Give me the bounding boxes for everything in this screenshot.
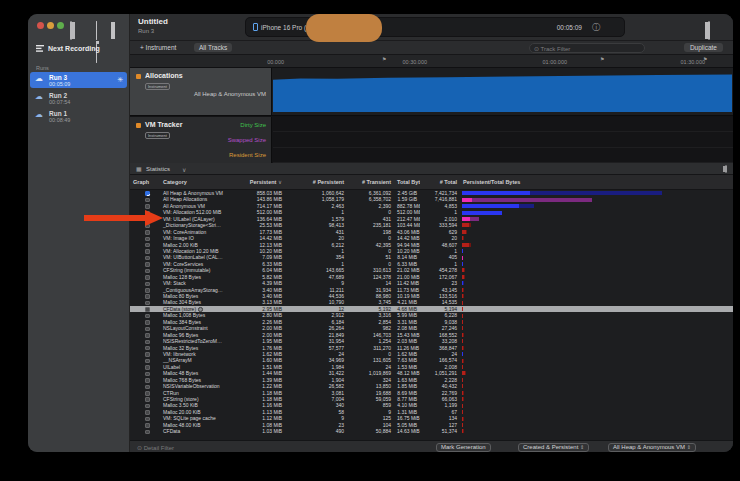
graph-checkbox[interactable] [145, 204, 150, 209]
timeline-ruler[interactable]: 00.000 00:30.000 01:00.000 01:30.000 ⚑ ⚑… [130, 55, 733, 68]
graph-checkbox[interactable] [145, 340, 150, 345]
track-filter-input[interactable]: ⊙ Track Filter [529, 43, 645, 53]
allocations-track[interactable]: Allocations Instrument All Heap & Anonym… [130, 68, 733, 116]
graph-checkbox[interactable] [145, 417, 150, 422]
graph-checkbox[interactable] [145, 294, 150, 299]
column-header[interactable]: Persistent/Total Bytes [460, 179, 733, 185]
zoom-window-button[interactable] [57, 22, 64, 29]
allocation-scope-dropdown[interactable]: All Heap & Anonymous VM ⇕ [608, 443, 696, 452]
graph-checkbox[interactable] [145, 327, 150, 332]
graph-checkbox[interactable] [145, 391, 150, 396]
column-header[interactable]: Total Bytes [394, 179, 420, 185]
value-cell: 0 [347, 209, 394, 215]
graph-checkbox[interactable] [145, 314, 150, 319]
column-header[interactable]: # Total [420, 179, 460, 185]
value-cell: 4.10 MiB [394, 402, 420, 408]
graph-checkbox[interactable] [145, 301, 150, 306]
pause-recording-icon[interactable] [111, 22, 115, 40]
value-cell: 859 [347, 402, 394, 408]
allocations-plot[interactable] [273, 68, 733, 115]
graph-checkbox[interactable] [145, 282, 150, 287]
vm-tracker-track[interactable]: VM Tracker Instrument Dirty Size Swapped… [130, 117, 733, 163]
graph-checkbox[interactable] [145, 378, 150, 383]
graph-checkbox[interactable] [145, 385, 150, 390]
graph-checkbox[interactable] [145, 307, 150, 312]
value-cell: 133,516 [420, 293, 460, 299]
sidebar-item-next-recording[interactable]: Next Recording [36, 45, 100, 52]
vm-tracker-plot[interactable] [273, 117, 733, 163]
graph-checkbox[interactable] [145, 359, 150, 364]
stop-recording-icon[interactable] [96, 22, 99, 63]
ruler-tick-label: 00.000 [240, 59, 284, 65]
graph-checkbox[interactable] [145, 346, 150, 351]
allocations-track-header[interactable]: Allocations Instrument All Heap & Anonym… [130, 68, 272, 115]
value-cell: 1,904 [285, 377, 347, 383]
sidebar-toggle-icon[interactable] [70, 22, 72, 40]
graph-checkbox[interactable] [145, 237, 150, 242]
graph-checkbox[interactable] [145, 423, 150, 428]
spinner-icon: ✳ [117, 76, 123, 83]
graph-checkbox[interactable] [145, 249, 150, 254]
info-icon[interactable]: ⓘ [592, 22, 600, 33]
detail-filter-input[interactable]: ⊙ Detail Filter [137, 444, 174, 451]
flag-marker-icon[interactable]: ⚑ [600, 56, 604, 62]
extended-detail-toggle-icon[interactable] [725, 166, 727, 172]
all-tracks-button[interactable]: All Tracks [194, 43, 232, 52]
minimize-window-button[interactable] [47, 22, 54, 29]
column-header[interactable]: Persistent ∨ [245, 179, 285, 185]
run-list-item[interactable]: ☁ Run 2 00:07:54 [30, 90, 127, 106]
graph-checkbox[interactable] [145, 288, 150, 293]
add-instrument-button[interactable]: + Instrument [140, 44, 176, 51]
graph-checkbox[interactable] [145, 262, 150, 267]
mark-generation-button[interactable]: Mark Generation [436, 443, 491, 452]
duplicate-button[interactable]: Duplicate [684, 43, 723, 52]
detail-view-selector[interactable]: Statistics [146, 166, 170, 172]
value-cell: 405 [420, 254, 460, 260]
graph-checkbox[interactable] [145, 365, 150, 370]
flag-marker-icon[interactable]: ⚑ [382, 56, 386, 62]
graph-checkbox[interactable] [145, 243, 150, 248]
inspector-toggle-icon[interactable] [708, 22, 710, 40]
value-cell: 340 [285, 402, 347, 408]
table-row[interactable]: CFData1.03 MiB49050,88414.63 MiB51,374 [130, 428, 733, 434]
value-cell: 1,058,179 [285, 196, 347, 202]
category-cell: VM: Allocation 10.20 MiB [160, 248, 245, 254]
graph-checkbox[interactable] [145, 410, 150, 415]
value-cell: 146,703 [347, 332, 394, 338]
category-cell: VM: CoreAnimation [160, 229, 245, 235]
close-window-button[interactable] [37, 22, 44, 29]
graph-checkbox[interactable] [145, 430, 150, 435]
value-cell: 6,361,092 [347, 190, 394, 196]
value-cell: 25.53 MiB [245, 222, 285, 228]
value-cell: 27,246 [420, 325, 460, 331]
column-header[interactable]: # Persistent [285, 179, 347, 185]
value-cell: 14.63 MiB [394, 428, 420, 434]
chevron-down-icon[interactable]: ∨ [182, 166, 186, 173]
run-list-item[interactable]: ☁ Run 1 00:08:49 [30, 108, 127, 124]
column-header[interactable]: Category [160, 179, 245, 185]
graph-checkbox[interactable] [145, 198, 150, 203]
graph-checkbox[interactable] [145, 372, 150, 377]
graph-checkbox[interactable] [145, 191, 150, 196]
column-header[interactable]: Graph [130, 179, 160, 185]
persistent-total-bar-cell [460, 428, 733, 434]
flag-marker-icon[interactable]: ⚑ [703, 56, 707, 62]
column-header[interactable]: # Transient [347, 179, 394, 185]
graph-checkbox[interactable] [145, 404, 150, 409]
run-list-item[interactable]: ☁ Run 3 00:05:09 ✳ [30, 72, 127, 88]
lifecycle-scope-dropdown[interactable]: Created & Persistent ⇕ [518, 443, 589, 452]
graph-checkbox[interactable] [145, 230, 150, 235]
graph-checkbox[interactable] [145, 256, 150, 261]
redaction-overlay [306, 14, 382, 42]
value-cell: 8.69 MiB [394, 390, 420, 396]
graph-checkbox[interactable] [145, 333, 150, 338]
graph-checkbox[interactable] [145, 397, 150, 402]
graph-checkbox[interactable] [145, 352, 150, 357]
graph-checkbox[interactable] [145, 275, 150, 280]
vm-tracker-track-header[interactable]: VM Tracker Instrument Dirty Size Swapped… [130, 117, 272, 163]
value-cell: 11.73 MiB [394, 287, 420, 293]
focus-arrow-icon[interactable] [198, 307, 203, 312]
graph-checkbox[interactable] [145, 320, 150, 325]
graph-checkbox[interactable] [145, 269, 150, 274]
category-cell: CFData [160, 428, 245, 434]
